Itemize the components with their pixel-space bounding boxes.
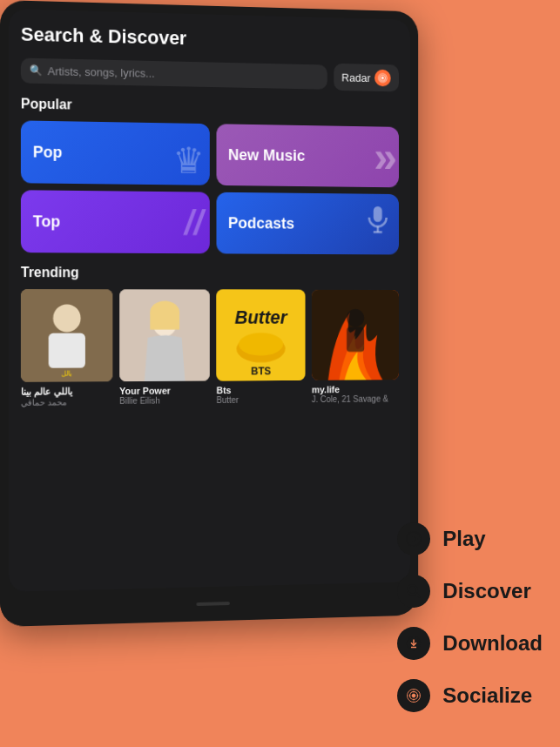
billie-title: Your Power xyxy=(119,385,210,396)
svg-text:يالل: يالل xyxy=(62,370,72,378)
play-label: Play xyxy=(442,527,485,551)
trending-item-arabic[interactable]: يالل ياللي عالم بينا محمد حماقي xyxy=(21,289,112,407)
arabic-title: ياللي عالم بينا xyxy=(21,386,112,398)
category-grid: Pop ♛ New Music » Top // Podcasts xyxy=(21,120,399,254)
search-placeholder: Artists, songs, lyrics... xyxy=(48,64,155,80)
pop-label: Pop xyxy=(33,143,63,161)
svg-point-18 xyxy=(239,333,283,355)
radar-label: Radar xyxy=(341,71,370,84)
search-icon: 🔍 xyxy=(30,64,43,77)
top-label: Top xyxy=(33,212,60,231)
feature-item-play: Play xyxy=(397,522,543,555)
new-music-deco-icon: » xyxy=(374,131,397,182)
search-bar: 🔍 Artists, songs, lyrics... Radar xyxy=(21,57,399,92)
arabic-artist: محمد حماقي xyxy=(21,397,112,407)
billie-artist: Billie Eilish xyxy=(119,395,210,406)
download-label: Download xyxy=(442,631,543,656)
page-title: Search & Discover xyxy=(21,24,399,55)
trending-thumb-billie xyxy=(119,289,210,381)
bts-artwork: Butter BTS xyxy=(216,290,305,381)
svg-rect-14 xyxy=(150,313,179,330)
discover-icon xyxy=(397,575,430,608)
radar-button[interactable]: Radar xyxy=(334,64,399,92)
feature-item-download: Download xyxy=(397,627,543,660)
bts-title: Bts xyxy=(216,385,305,395)
tablet-screen: Search & Discover 🔍 Artists, songs, lyri… xyxy=(9,9,410,591)
socialize-label: Socialize xyxy=(442,683,532,708)
trending-item-bts[interactable]: Butter BTS Bts Butter xyxy=(216,290,305,406)
trending-thumb-arabic: يالل xyxy=(21,289,112,382)
svg-text:Butter: Butter xyxy=(235,307,289,328)
trending-item-jcole[interactable]: my.life J. Cole, 21 Savage & xyxy=(312,290,399,405)
radar-icon xyxy=(374,70,391,87)
jcole-artwork xyxy=(312,290,399,380)
jcole-title: my.life xyxy=(312,384,399,394)
svg-point-0 xyxy=(381,77,384,79)
jcole-artist: J. Cole, 21 Savage & xyxy=(312,394,399,404)
category-card-top[interactable]: Top // xyxy=(21,190,210,253)
discover-label: Discover xyxy=(442,579,530,603)
tablet-frame: Search & Discover 🔍 Artists, songs, lyri… xyxy=(0,0,418,627)
home-indicator xyxy=(196,602,229,606)
top-deco-icon: // xyxy=(185,204,203,242)
category-card-new-music[interactable]: New Music » xyxy=(216,124,398,187)
screen-content: Search & Discover 🔍 Artists, songs, lyri… xyxy=(9,9,410,591)
bts-artist: Butter xyxy=(216,394,305,405)
trending-thumb-bts: Butter BTS xyxy=(216,290,305,381)
new-music-label: New Music xyxy=(228,145,305,165)
popular-heading: Popular xyxy=(21,96,399,118)
feature-list: Play Discover Download xyxy=(397,522,543,712)
svg-point-21 xyxy=(347,309,364,327)
arabic-artwork: يالل xyxy=(21,289,112,382)
feature-item-socialize: Socialize xyxy=(397,679,543,712)
svg-rect-1 xyxy=(374,206,382,222)
svg-marker-24 xyxy=(413,536,418,542)
pop-deco-icon: ♛ xyxy=(172,139,205,182)
trending-heading: Trending xyxy=(21,265,399,281)
trending-grid: يالل ياللي عالم بينا محمد حماقي xyxy=(21,289,399,407)
feature-item-discover: Discover xyxy=(397,575,543,608)
podcasts-deco-icon xyxy=(365,205,391,244)
podcasts-label: Podcasts xyxy=(228,214,294,232)
search-input-wrap[interactable]: 🔍 Artists, songs, lyrics... xyxy=(21,57,327,89)
download-icon xyxy=(397,627,430,660)
svg-text:BTS: BTS xyxy=(251,366,271,378)
svg-rect-7 xyxy=(49,333,85,368)
play-icon xyxy=(397,522,430,555)
socialize-icon xyxy=(397,679,430,712)
trending-item-billie[interactable]: Your Power Billie Eilish xyxy=(119,289,210,407)
svg-rect-22 xyxy=(347,327,364,353)
trending-thumb-jcole xyxy=(312,290,399,380)
svg-point-6 xyxy=(53,304,81,332)
category-card-podcasts[interactable]: Podcasts xyxy=(216,192,398,255)
svg-line-26 xyxy=(416,593,421,597)
category-card-pop[interactable]: Pop ♛ xyxy=(21,120,210,185)
billie-artwork xyxy=(119,289,210,381)
